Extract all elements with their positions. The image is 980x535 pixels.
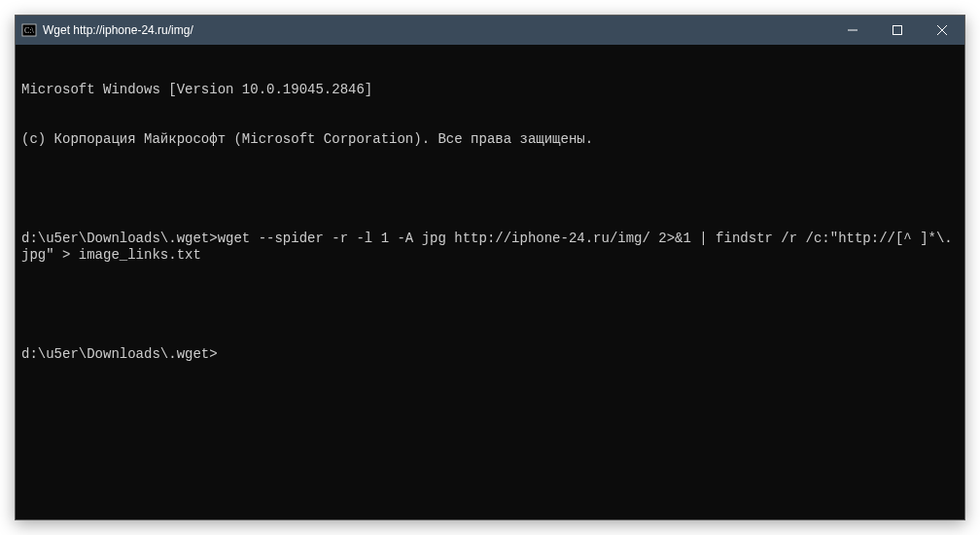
terminal-window: C:\ Wget http://iphone-24.ru/img/ Micros… bbox=[15, 15, 965, 520]
prompt-line-2: d:\u5er\Downloads\.wget> bbox=[21, 346, 959, 363]
prompt-line-1: d:\u5er\Downloads\.wget>wget --spider -r… bbox=[21, 231, 959, 264]
close-button[interactable] bbox=[920, 16, 964, 45]
svg-text:C:\: C:\ bbox=[24, 26, 35, 35]
prompt-path: d:\u5er\Downloads\.wget> bbox=[21, 346, 218, 362]
blank-line bbox=[21, 181, 959, 197]
terminal-app-icon: C:\ bbox=[21, 22, 37, 38]
titlebar-left: C:\ Wget http://iphone-24.ru/img/ bbox=[16, 22, 193, 38]
titlebar[interactable]: C:\ Wget http://iphone-24.ru/img/ bbox=[16, 16, 964, 45]
prompt-path: d:\u5er\Downloads\.wget> bbox=[21, 231, 218, 246]
window-title: Wget http://iphone-24.ru/img/ bbox=[43, 23, 193, 37]
maximize-button[interactable] bbox=[875, 16, 920, 45]
version-line: Microsoft Windows [Version 10.0.19045.28… bbox=[21, 82, 959, 98]
blank-line bbox=[21, 297, 959, 313]
minimize-button[interactable] bbox=[830, 16, 875, 45]
copyright-line: (c) Корпорация Майкрософт (Microsoft Cor… bbox=[21, 131, 959, 148]
terminal-output[interactable]: Microsoft Windows [Version 10.0.19045.28… bbox=[16, 45, 964, 519]
titlebar-controls bbox=[830, 16, 964, 45]
svg-rect-3 bbox=[893, 26, 902, 35]
